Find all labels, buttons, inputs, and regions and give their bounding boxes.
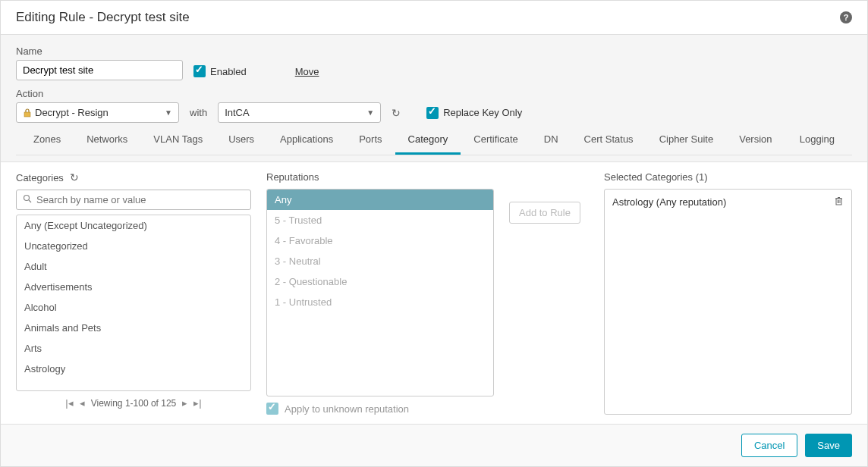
list-item[interactable]: Alcohol xyxy=(17,297,250,318)
svg-point-1 xyxy=(24,196,30,201)
tab-version[interactable]: Version xyxy=(726,126,785,155)
page-last-icon[interactable]: ▸| xyxy=(193,397,201,409)
categories-search[interactable] xyxy=(16,190,251,210)
list-item[interactable]: Astrology xyxy=(17,359,250,379)
tab-networks[interactable]: Networks xyxy=(74,126,140,155)
chevron-down-icon: ▼ xyxy=(165,108,172,117)
list-item[interactable]: Adult xyxy=(17,256,250,277)
name-input[interactable] xyxy=(16,60,183,80)
refresh-categories-icon[interactable]: ↻ xyxy=(70,171,79,183)
add-to-rule-button[interactable]: Add to Rule xyxy=(509,202,580,224)
replace-key-checkbox[interactable] xyxy=(426,107,439,119)
tab-cert-status[interactable]: Cert Status xyxy=(571,126,646,155)
reputations-label: Reputations xyxy=(266,171,319,183)
list-item[interactable]: 5 - Trusted xyxy=(267,210,493,230)
selected-list: Astrology (Any reputation) xyxy=(604,189,852,415)
move-link[interactable]: Move xyxy=(295,66,319,77)
tab-users[interactable]: Users xyxy=(215,126,267,155)
categories-list[interactable]: Any (Except Uncategorized)UncategorizedA… xyxy=(16,215,251,391)
action-label: Action xyxy=(16,88,852,99)
lock-icon xyxy=(23,108,32,118)
trash-icon[interactable] xyxy=(834,196,844,208)
ca-select[interactable]: IntCA ▼ xyxy=(218,102,381,123)
reputations-list[interactable]: Any5 - Trusted4 - Favorable3 - Neutral2 … xyxy=(266,189,494,396)
search-input[interactable] xyxy=(36,194,244,205)
replace-key-label: Replace Key Only xyxy=(443,107,522,118)
cancel-button[interactable]: Cancel xyxy=(741,434,797,457)
pager-text: Viewing 1-100 of 125 xyxy=(91,398,177,409)
categories-label: Categories xyxy=(16,172,64,183)
search-icon xyxy=(23,194,32,205)
chevron-down-icon: ▼ xyxy=(366,108,374,117)
save-button[interactable]: Save xyxy=(805,434,852,457)
list-item[interactable]: Uncategorized xyxy=(17,236,250,256)
with-text: with xyxy=(190,107,207,118)
tab-category[interactable]: Category xyxy=(395,126,461,155)
list-item[interactable]: 1 - Untrusted xyxy=(267,292,493,312)
page-prev-icon[interactable]: ◂ xyxy=(80,397,85,409)
apply-unknown-label: Apply to unknown reputation xyxy=(285,403,409,415)
list-item[interactable]: 2 - Questionable xyxy=(267,271,493,292)
tab-ports[interactable]: Ports xyxy=(346,126,395,155)
tab-zones[interactable]: Zones xyxy=(20,126,74,155)
action-value: Decrypt - Resign xyxy=(35,107,108,118)
list-item: Astrology (Any reputation) xyxy=(605,190,851,214)
list-item[interactable]: Any (Except Uncategorized) xyxy=(17,215,250,236)
tab-logging[interactable]: Logging xyxy=(787,126,848,155)
ca-value: IntCA xyxy=(225,107,250,118)
enabled-label: Enabled xyxy=(210,66,247,77)
selected-item-label: Astrology (Any reputation) xyxy=(612,196,726,208)
list-item[interactable]: Advertisements xyxy=(17,277,250,297)
list-item[interactable]: Any xyxy=(267,190,493,210)
tab-certificate[interactable]: Certificate xyxy=(461,126,531,155)
list-item[interactable]: 3 - Neutral xyxy=(267,251,493,271)
action-select[interactable]: Decrypt - Resign ▼ xyxy=(16,102,179,123)
list-item[interactable]: 4 - Favorable xyxy=(267,230,493,251)
tab-dn[interactable]: DN xyxy=(531,126,571,155)
apply-unknown-checkbox[interactable] xyxy=(266,403,278,415)
tab-vlan-tags[interactable]: VLAN Tags xyxy=(140,126,215,155)
page-first-icon[interactable]: |◂ xyxy=(65,397,73,409)
list-item[interactable]: Arts xyxy=(17,338,250,359)
page-next-icon[interactable]: ▸ xyxy=(182,397,187,409)
svg-line-2 xyxy=(29,200,31,202)
refresh-icon[interactable]: ↻ xyxy=(392,107,401,119)
help-icon[interactable]: ? xyxy=(840,11,852,24)
name-label: Name xyxy=(16,45,183,57)
list-item[interactable]: Animals and Pets xyxy=(17,318,250,338)
tab-cipher-suite[interactable]: Cipher Suite xyxy=(646,126,727,155)
svg-rect-0 xyxy=(24,112,30,117)
tab-applications[interactable]: Applications xyxy=(267,126,346,155)
selected-categories-label: Selected Categories (1) xyxy=(604,171,708,183)
dialog-title: Editing Rule - Decrypt test site xyxy=(16,10,190,25)
enabled-checkbox[interactable] xyxy=(193,65,206,77)
